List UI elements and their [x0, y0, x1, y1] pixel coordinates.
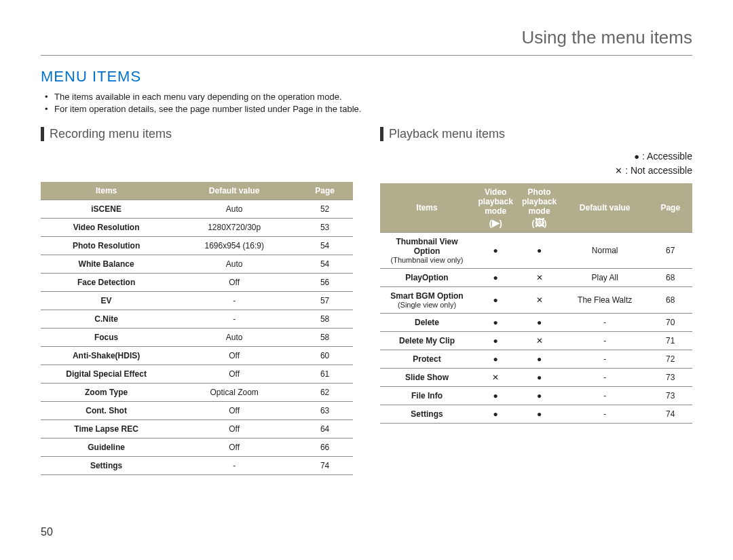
col-items: Items [380, 183, 474, 233]
default-value: The Flea Waltz [561, 287, 649, 314]
item-name: Guideline [41, 438, 172, 457]
item-name: Digital Special Effect [41, 365, 172, 384]
col-photo-mode: Photo playback mode (🖼) [517, 183, 561, 233]
photo-mode-cell: ● [517, 314, 561, 332]
table-row: Zoom TypeOptical Zoom62 [41, 384, 353, 402]
default-value: - [561, 405, 649, 424]
accessible-label: : Accessible [642, 151, 692, 162]
chapter-title: Using the menu items [41, 27, 692, 56]
table-row: Cont. ShotOff63 [41, 402, 353, 420]
table-row: iSCENEAuto52 [41, 200, 353, 219]
page-ref: 56 [297, 274, 353, 292]
page-ref: 68 [649, 269, 692, 287]
video-mode-cell: ● [474, 269, 517, 287]
page-ref: 61 [297, 365, 353, 384]
item-name: Face Detection [41, 274, 172, 292]
item-name: Protect [380, 350, 474, 369]
default-value: Normal [561, 233, 649, 269]
video-mode-icon: ▶ [492, 217, 500, 228]
page-ref: 63 [297, 402, 353, 420]
default-value: Off [172, 420, 297, 438]
photo-mode-cell: ● [517, 350, 561, 369]
page-ref: 52 [297, 200, 353, 219]
table-row: Face DetectionOff56 [41, 274, 353, 292]
table-row: Smart BGM Option(Single view only)●✕The … [380, 287, 692, 314]
video-mode-cell: ● [474, 405, 517, 424]
page-ref: 64 [297, 420, 353, 438]
playback-table: Items Video playback mode (▶) Photo play… [380, 183, 692, 424]
page-ref: 58 [297, 329, 353, 347]
item-name: Slide Show [380, 369, 474, 387]
item-name: Settings [380, 405, 474, 424]
item-name: Delete My Clip [380, 332, 474, 350]
photo-mode-cell: ✕ [517, 269, 561, 287]
default-value: Off [172, 347, 297, 365]
page-ref: 73 [649, 369, 692, 387]
page-ref: 54 [297, 237, 353, 255]
video-mode-cell: ● [474, 332, 517, 350]
default-value: Off [172, 365, 297, 384]
item-name: Thumbnail View Option(Thumbnail view onl… [380, 233, 474, 269]
col-video-mode: Video playback mode (▶) [474, 183, 517, 233]
item-name: iSCENE [41, 200, 172, 219]
recording-table: Items Default value Page iSCENEAuto52Vid… [41, 182, 353, 475]
item-subnote: (Thumbnail view only) [383, 256, 471, 264]
col-default: Default value [172, 182, 297, 200]
intro-bullets: The items available in each menu vary de… [45, 91, 692, 115]
default-value: Auto [172, 200, 297, 219]
table-row: Digital Special EffectOff61 [41, 365, 353, 384]
video-mode-cell: ✕ [474, 369, 517, 387]
video-mode-cell: ● [474, 314, 517, 332]
item-name: Photo Resolution [41, 237, 172, 255]
default-value: Off [172, 274, 297, 292]
table-row: Anti-Shake(HDIS)Off60 [41, 347, 353, 365]
default-value: - [561, 369, 649, 387]
photo-mode-cell: ● [517, 387, 561, 405]
table-row: Slide Show✕●-73 [380, 369, 692, 387]
default-value: - [172, 310, 297, 329]
item-name: Focus [41, 329, 172, 347]
page-ref: 62 [297, 384, 353, 402]
not-accessible-symbol: ✕ [615, 166, 622, 176]
page-ref: 60 [297, 347, 353, 365]
page-ref: 73 [649, 387, 692, 405]
default-value: 1696x954 (16:9) [172, 237, 297, 255]
table-row: Protect●●-72 [380, 350, 692, 369]
page-ref: 58 [297, 310, 353, 329]
table-row: PlayOption●✕Play All68 [380, 269, 692, 287]
default-value: - [561, 387, 649, 405]
playback-heading: Playback menu items [380, 127, 692, 141]
table-row: Settings●●-74 [380, 405, 692, 424]
page-ref: 67 [649, 233, 692, 269]
page-ref: 72 [649, 350, 692, 369]
table-row: File Info●●-73 [380, 387, 692, 405]
page-ref: 53 [297, 219, 353, 237]
table-row: Photo Resolution1696x954 (16:9)54 [41, 237, 353, 255]
item-name: Anti-Shake(HDIS) [41, 347, 172, 365]
item-name: Video Resolution [41, 219, 172, 237]
item-name: Zoom Type [41, 384, 172, 402]
table-row: GuidelineOff66 [41, 438, 353, 457]
default-value: - [561, 314, 649, 332]
default-value: - [561, 332, 649, 350]
col-default: Default value [561, 183, 649, 233]
page-ref: 74 [297, 457, 353, 475]
default-value: Auto [172, 255, 297, 274]
col-items: Items [41, 182, 172, 200]
video-mode-cell: ● [474, 387, 517, 405]
col-page: Page [649, 183, 692, 233]
photo-mode-cell: ● [517, 369, 561, 387]
photo-mode-cell: ● [517, 233, 561, 269]
playback-column: Playback menu items ● : Accessible ✕ : N… [380, 124, 692, 475]
page-ref: 54 [297, 255, 353, 274]
photo-mode-cell: ● [517, 405, 561, 424]
item-name: Time Lapse REC [41, 420, 172, 438]
default-value: Optical Zoom [172, 384, 297, 402]
video-mode-cell: ● [474, 287, 517, 314]
accessible-symbol: ● [634, 151, 639, 162]
item-name: Smart BGM Option(Single view only) [380, 287, 474, 314]
item-name: File Info [380, 387, 474, 405]
item-name: PlayOption [380, 269, 474, 287]
bullet-item: For item operation details, see the page… [45, 103, 692, 115]
video-mode-cell: ● [474, 350, 517, 369]
